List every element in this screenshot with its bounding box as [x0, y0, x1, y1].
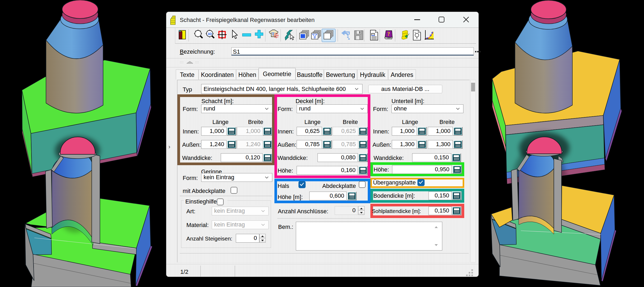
svg-text:?: ?	[387, 31, 390, 37]
svg-text:3D: 3D	[208, 32, 212, 36]
svg-text:T: T	[272, 31, 275, 36]
